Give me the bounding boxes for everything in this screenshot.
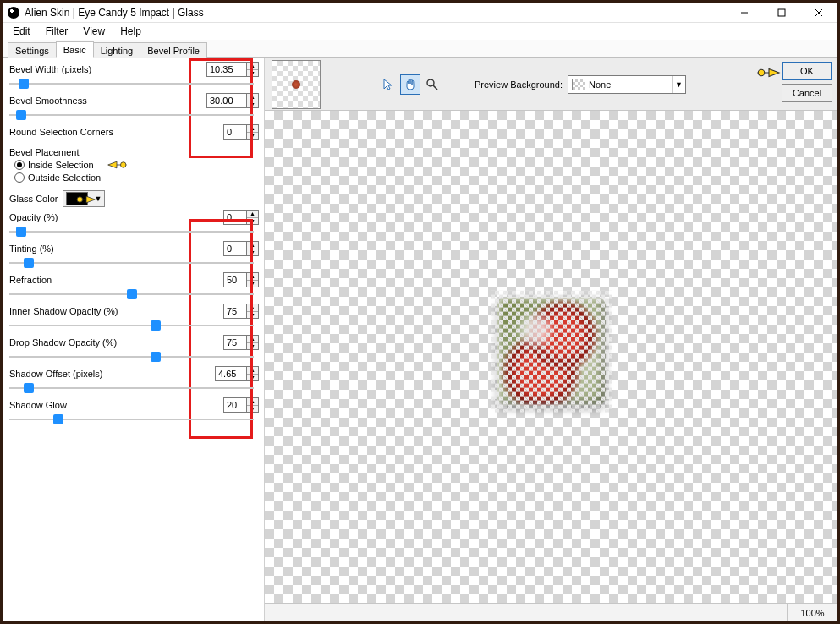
opacity-slider[interactable] xyxy=(9,226,254,238)
radio-label: Outside Selection xyxy=(28,172,101,183)
preview-canvas[interactable] xyxy=(265,111,837,603)
bevel-width-input[interactable] xyxy=(206,62,247,77)
radio-inside-selection[interactable]: Inside Selection xyxy=(14,160,259,170)
label: Refraction xyxy=(9,275,223,285)
svg-rect-1 xyxy=(778,9,785,16)
pointer-tool[interactable] xyxy=(378,74,398,95)
bevel-placement-label: Bevel Placement xyxy=(9,147,259,157)
maximize-button[interactable] xyxy=(763,3,800,23)
shadow-glow-input[interactable] xyxy=(223,397,247,413)
slider-shadow-offset: Shadow Offset (pixels) ▲▼ xyxy=(9,366,259,395)
spin-down[interactable]: ▼ xyxy=(247,133,258,140)
label: Round Selection Corners xyxy=(9,127,223,137)
spin-up[interactable]: ▲ xyxy=(247,304,258,312)
spin-down[interactable]: ▼ xyxy=(247,249,258,256)
spin-up[interactable]: ▲ xyxy=(247,273,258,281)
cancel-button[interactable]: Cancel xyxy=(782,84,832,102)
close-button[interactable] xyxy=(800,3,837,23)
annotation-hand-icon xyxy=(106,157,128,172)
bevel-width-slider[interactable] xyxy=(9,78,254,90)
svg-point-6 xyxy=(427,79,434,86)
spin-down[interactable]: ▼ xyxy=(247,281,258,287)
settings-panel: Bevel Width (pixels) ▲▼ Bevel Smoothness xyxy=(3,58,265,621)
preview-background-select[interactable]: None ▼ xyxy=(568,75,686,94)
spin-up[interactable]: ▲ xyxy=(247,242,258,249)
drop-shadow-input[interactable] xyxy=(223,335,247,350)
spin-down[interactable]: ▼ xyxy=(247,375,258,381)
spin-down[interactable]: ▼ xyxy=(247,343,258,350)
spin-down[interactable]: ▼ xyxy=(247,101,258,108)
spin-up[interactable]: ▲ xyxy=(247,336,258,343)
hand-tool[interactable] xyxy=(400,74,420,95)
svg-line-7 xyxy=(433,85,437,90)
spin-up[interactable]: ▲ xyxy=(247,211,258,218)
spin-down[interactable]: ▼ xyxy=(247,312,258,319)
thumbnail-preview[interactable] xyxy=(272,60,321,109)
color-swatch-icon xyxy=(66,192,88,205)
shadow-offset-slider[interactable] xyxy=(9,382,254,394)
svg-point-4 xyxy=(121,162,126,167)
menu-filter[interactable]: Filter xyxy=(39,24,75,39)
preview-background-value: None xyxy=(589,79,672,90)
radio-outside-selection[interactable]: Outside Selection xyxy=(14,172,259,183)
label: Shadow Glow xyxy=(9,400,223,410)
refraction-slider[interactable] xyxy=(9,288,254,300)
tab-bevel[interactable]: Bevel Profile xyxy=(140,42,207,58)
svg-point-8 xyxy=(758,69,765,76)
shadow-offset-input[interactable] xyxy=(215,366,247,381)
slider-inner-shadow: Inner Shadow Opacity (%) ▲▼ xyxy=(9,304,259,332)
zoom-tool[interactable] xyxy=(422,74,442,95)
label: Shadow Offset (pixels) xyxy=(9,369,215,379)
preview-image xyxy=(497,298,606,406)
label: Drop Shadow Opacity (%) xyxy=(9,337,223,348)
bevel-smoothness-input[interactable] xyxy=(206,93,247,108)
tab-lighting[interactable]: Lighting xyxy=(93,42,141,58)
inner-shadow-input[interactable] xyxy=(223,304,247,319)
spin-up[interactable]: ▲ xyxy=(247,94,258,101)
tab-settings[interactable]: Settings xyxy=(8,42,57,58)
annotation-hand-icon xyxy=(756,63,782,82)
inner-shadow-slider[interactable] xyxy=(9,320,254,331)
tinting-slider[interactable] xyxy=(9,257,254,269)
bevel-smoothness-slider[interactable] xyxy=(9,109,254,121)
slider-round-corners: Round Selection Corners ▲▼ xyxy=(9,124,259,140)
spin-up[interactable]: ▲ xyxy=(247,398,258,406)
app-icon xyxy=(8,7,19,19)
menu-view[interactable]: View xyxy=(76,24,112,39)
label: Bevel Width (pixels) xyxy=(9,64,206,74)
ok-button[interactable]: OK xyxy=(782,62,832,80)
titlebar: Alien Skin | Eye Candy 5 Impact | Glass xyxy=(3,3,837,23)
ok-button-label: OK xyxy=(800,66,814,76)
chevron-down-icon: ▼ xyxy=(91,191,104,206)
slider-refraction: Refraction ▲▼ xyxy=(9,272,259,301)
spin-down[interactable]: ▼ xyxy=(247,406,258,413)
shadow-glow-slider[interactable] xyxy=(9,413,254,425)
minimize-button[interactable] xyxy=(726,3,763,23)
chevron-down-icon: ▼ xyxy=(672,76,685,93)
spin-up[interactable]: ▲ xyxy=(247,63,258,70)
spin-down[interactable]: ▼ xyxy=(247,70,258,77)
tab-bar: Settings Basic Lighting Bevel Profile xyxy=(3,40,837,58)
spin-up[interactable]: ▲ xyxy=(247,125,258,133)
spin-down[interactable]: ▼ xyxy=(247,218,258,225)
menu-edit[interactable]: Edit xyxy=(6,24,37,39)
radio-icon xyxy=(14,160,25,170)
round-corners-input[interactable] xyxy=(223,124,247,140)
slider-bevel-width: Bevel Width (pixels) ▲▼ xyxy=(9,62,259,90)
menu-bar: Edit Filter View Help xyxy=(3,23,837,40)
opacity-input[interactable] xyxy=(223,210,247,225)
slider-shadow-glow: Shadow Glow ▲▼ xyxy=(9,397,259,426)
slider-opacity: Opacity (%) ▲▼ xyxy=(9,210,259,238)
menu-help[interactable]: Help xyxy=(113,24,148,39)
tinting-input[interactable] xyxy=(223,241,247,256)
drop-shadow-slider[interactable] xyxy=(9,351,254,363)
label: Inner Shadow Opacity (%) xyxy=(9,306,223,316)
glass-color-picker[interactable]: ▼ xyxy=(63,190,105,207)
window: Alien Skin | Eye Candy 5 Impact | Glass … xyxy=(0,0,840,624)
label: Tinting (%) xyxy=(9,244,223,254)
spin-up[interactable]: ▲ xyxy=(247,367,258,375)
zoom-level[interactable]: 100% xyxy=(787,604,837,621)
window-title: Alien Skin | Eye Candy 5 Impact | Glass xyxy=(25,7,204,19)
tab-basic[interactable]: Basic xyxy=(56,41,94,58)
refraction-input[interactable] xyxy=(223,272,247,287)
